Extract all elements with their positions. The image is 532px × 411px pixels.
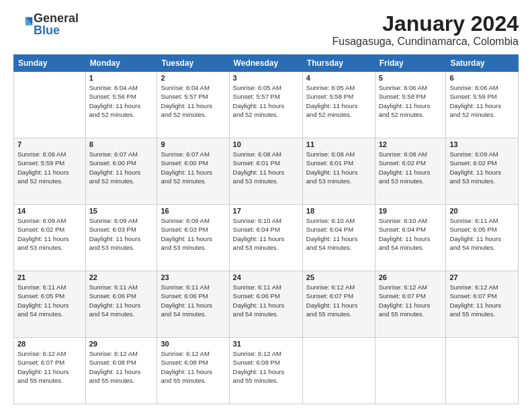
calendar-cell: 29Sunrise: 6:12 AMSunset: 6:08 PMDayligh… (85, 338, 157, 404)
day-number: 8 (89, 140, 154, 148)
day-info: Sunrise: 6:12 AMSunset: 6:08 PMDaylight:… (233, 349, 299, 385)
calendar-cell: 20Sunrise: 6:11 AMSunset: 6:05 PMDayligh… (446, 205, 519, 271)
calendar-cell: 9Sunrise: 6:07 AMSunset: 6:00 PMDaylight… (157, 138, 229, 205)
day-info: Sunrise: 6:08 AMSunset: 6:01 PMDaylight:… (233, 150, 299, 185)
calendar-cell: 30Sunrise: 6:12 AMSunset: 6:08 PMDayligh… (157, 338, 229, 404)
day-number: 20 (449, 207, 515, 215)
day-number: 28 (17, 340, 82, 348)
day-number: 23 (161, 273, 225, 281)
day-info: Sunrise: 6:07 AMSunset: 6:00 PMDaylight:… (161, 150, 225, 185)
week-row-3: 14Sunrise: 6:09 AMSunset: 6:02 PMDayligh… (14, 205, 519, 271)
calendar-cell: 21Sunrise: 6:11 AMSunset: 6:05 PMDayligh… (14, 271, 86, 338)
day-number: 22 (89, 273, 154, 281)
calendar-cell: 26Sunrise: 6:12 AMSunset: 6:07 PMDayligh… (375, 271, 446, 338)
day-info: Sunrise: 6:07 AMSunset: 6:00 PMDaylight:… (89, 150, 154, 185)
calendar-cell: 8Sunrise: 6:07 AMSunset: 6:00 PMDaylight… (85, 138, 157, 205)
week-row-4: 21Sunrise: 6:11 AMSunset: 6:05 PMDayligh… (14, 271, 519, 338)
day-number: 29 (89, 340, 154, 348)
location-title: Fusagasuga, Cundinamarca, Colombia (332, 36, 519, 48)
day-number: 11 (306, 140, 371, 148)
calendar-cell: 1Sunrise: 6:04 AMSunset: 5:56 PMDaylight… (85, 72, 157, 138)
header-row: Sunday Monday Tuesday Wednesday Thursday… (14, 55, 519, 72)
calendar-cell: 7Sunrise: 6:06 AMSunset: 5:59 PMDaylight… (14, 138, 86, 205)
calendar-page: General Blue January 2024 Fusagasuga, Cu… (0, 0, 532, 411)
calendar-cell (375, 338, 446, 404)
day-info: Sunrise: 6:06 AMSunset: 5:59 PMDaylight:… (449, 83, 515, 119)
week-row-1: 1Sunrise: 6:04 AMSunset: 5:56 PMDaylight… (14, 72, 519, 138)
day-info: Sunrise: 6:06 AMSunset: 5:59 PMDaylight:… (17, 150, 82, 185)
calendar-cell: 10Sunrise: 6:08 AMSunset: 6:01 PMDayligh… (229, 138, 302, 205)
day-number: 5 (379, 74, 443, 82)
calendar-cell (302, 338, 375, 404)
calendar-cell: 6Sunrise: 6:06 AMSunset: 5:59 PMDaylight… (446, 72, 519, 138)
day-info: Sunrise: 6:04 AMSunset: 5:56 PMDaylight:… (89, 83, 154, 119)
col-wednesday: Wednesday (229, 55, 302, 72)
calendar-cell: 24Sunrise: 6:11 AMSunset: 6:06 PMDayligh… (229, 271, 302, 338)
day-number: 15 (89, 207, 154, 215)
day-number: 13 (449, 140, 515, 148)
day-number: 31 (233, 340, 299, 348)
month-title: January 2024 (332, 12, 519, 36)
col-tuesday: Tuesday (157, 55, 229, 72)
logo-blue-text: Blue (34, 24, 79, 36)
calendar-cell: 31Sunrise: 6:12 AMSunset: 6:08 PMDayligh… (229, 338, 302, 404)
header: General Blue January 2024 Fusagasuga, Cu… (13, 12, 519, 48)
calendar-cell: 15Sunrise: 6:09 AMSunset: 6:03 PMDayligh… (85, 205, 157, 271)
calendar-cell: 4Sunrise: 6:05 AMSunset: 5:58 PMDaylight… (302, 72, 375, 138)
day-number: 6 (449, 74, 515, 82)
day-info: Sunrise: 6:10 AMSunset: 6:04 PMDaylight:… (233, 216, 299, 252)
day-info: Sunrise: 6:12 AMSunset: 6:08 PMDaylight:… (161, 349, 225, 385)
day-number: 21 (17, 273, 82, 281)
day-number: 10 (233, 140, 299, 148)
day-info: Sunrise: 6:11 AMSunset: 6:05 PMDaylight:… (17, 283, 82, 318)
day-number: 3 (233, 74, 299, 82)
calendar-cell: 23Sunrise: 6:11 AMSunset: 6:06 PMDayligh… (157, 271, 229, 338)
day-info: Sunrise: 6:11 AMSunset: 6:06 PMDaylight:… (161, 283, 225, 318)
day-info: Sunrise: 6:12 AMSunset: 6:08 PMDaylight:… (89, 349, 154, 385)
calendar-cell (14, 72, 86, 138)
col-sunday: Sunday (14, 55, 86, 72)
calendar-cell: 28Sunrise: 6:12 AMSunset: 6:07 PMDayligh… (14, 338, 86, 404)
day-number: 9 (161, 140, 225, 148)
day-number: 17 (233, 207, 299, 215)
calendar-cell: 5Sunrise: 6:06 AMSunset: 5:58 PMDaylight… (375, 72, 446, 138)
day-info: Sunrise: 6:04 AMSunset: 5:57 PMDaylight:… (161, 83, 225, 119)
calendar-cell: 3Sunrise: 6:05 AMSunset: 5:57 PMDaylight… (229, 72, 302, 138)
logo-icon (15, 15, 34, 34)
day-info: Sunrise: 6:12 AMSunset: 6:07 PMDaylight:… (306, 283, 371, 318)
day-number: 19 (379, 207, 443, 215)
calendar-cell (446, 338, 519, 404)
day-number: 1 (89, 74, 154, 82)
day-number: 18 (306, 207, 371, 215)
col-saturday: Saturday (446, 55, 519, 72)
day-info: Sunrise: 6:10 AMSunset: 6:04 PMDaylight:… (306, 216, 371, 252)
day-number: 4 (306, 74, 371, 82)
day-number: 27 (449, 273, 515, 281)
day-info: Sunrise: 6:11 AMSunset: 6:06 PMDaylight:… (233, 283, 299, 318)
day-info: Sunrise: 6:11 AMSunset: 6:06 PMDaylight:… (89, 283, 154, 318)
day-info: Sunrise: 6:12 AMSunset: 6:07 PMDaylight:… (379, 283, 443, 318)
day-number: 30 (161, 340, 225, 348)
calendar-cell: 12Sunrise: 6:08 AMSunset: 6:02 PMDayligh… (375, 138, 446, 205)
day-info: Sunrise: 6:12 AMSunset: 6:07 PMDaylight:… (449, 283, 515, 318)
logo-area: General Blue (13, 12, 79, 36)
calendar-cell: 25Sunrise: 6:12 AMSunset: 6:07 PMDayligh… (302, 271, 375, 338)
day-info: Sunrise: 6:11 AMSunset: 6:05 PMDaylight:… (449, 216, 515, 252)
calendar-cell: 16Sunrise: 6:09 AMSunset: 6:03 PMDayligh… (157, 205, 229, 271)
week-row-2: 7Sunrise: 6:06 AMSunset: 5:59 PMDaylight… (14, 138, 519, 205)
day-number: 25 (306, 273, 371, 281)
calendar-cell: 11Sunrise: 6:08 AMSunset: 6:01 PMDayligh… (302, 138, 375, 205)
day-info: Sunrise: 6:05 AMSunset: 5:57 PMDaylight:… (233, 83, 299, 119)
calendar-cell: 2Sunrise: 6:04 AMSunset: 5:57 PMDaylight… (157, 72, 229, 138)
day-number: 7 (17, 140, 82, 148)
day-info: Sunrise: 6:06 AMSunset: 5:58 PMDaylight:… (379, 83, 443, 119)
calendar-cell: 14Sunrise: 6:09 AMSunset: 6:02 PMDayligh… (14, 205, 86, 271)
logo-text: General Blue (34, 12, 79, 36)
day-number: 2 (161, 74, 225, 82)
calendar-cell: 22Sunrise: 6:11 AMSunset: 6:06 PMDayligh… (85, 271, 157, 338)
week-row-5: 28Sunrise: 6:12 AMSunset: 6:07 PMDayligh… (14, 338, 519, 404)
calendar-cell: 17Sunrise: 6:10 AMSunset: 6:04 PMDayligh… (229, 205, 302, 271)
calendar-cell: 19Sunrise: 6:10 AMSunset: 6:04 PMDayligh… (375, 205, 446, 271)
day-number: 16 (161, 207, 225, 215)
day-info: Sunrise: 6:10 AMSunset: 6:04 PMDaylight:… (379, 216, 443, 252)
